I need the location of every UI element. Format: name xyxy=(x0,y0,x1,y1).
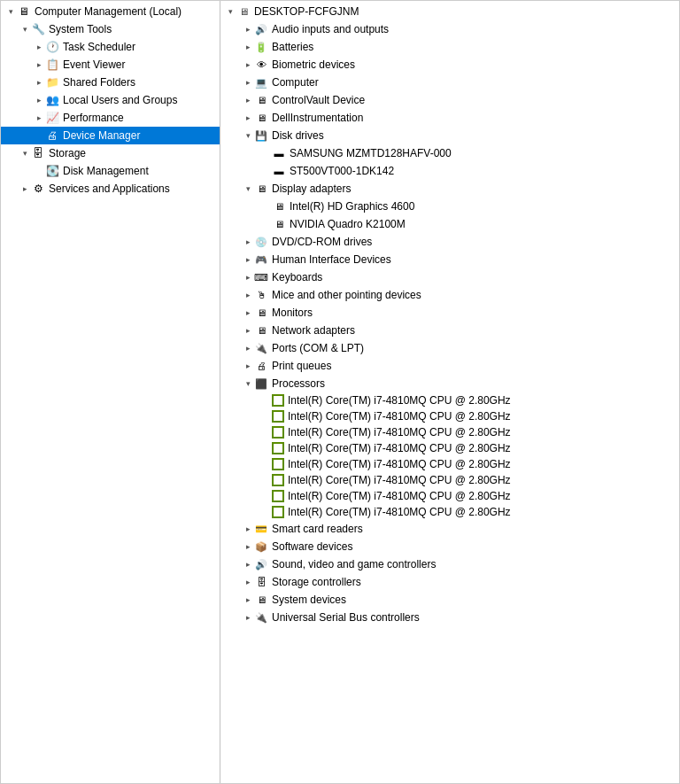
label-netadapters: Network adapters xyxy=(272,324,355,337)
label-monitors: Monitors xyxy=(272,307,313,319)
label-cpu5: Intel(R) Core(TM) i7-4810MQ CPU @ 2.80GH… xyxy=(288,458,511,470)
label-dellinstr: DellInstrumentation xyxy=(272,112,363,124)
right-cat-monitors[interactable]: 🖥Monitors xyxy=(220,304,679,322)
right-cat-processors[interactable]: ⬛Processors xyxy=(220,375,679,392)
label-event-viewer: Event Viewer xyxy=(63,58,125,71)
icon-samsung: ▬ xyxy=(272,146,286,160)
icon-sysdev: 🖥 xyxy=(254,593,268,607)
label-root: DESKTOP-FCFGJNM xyxy=(254,5,359,18)
icon-biometric: 👁 xyxy=(254,58,268,72)
cpu-icon xyxy=(272,426,284,439)
right-child-intelhd[interactable]: 🖥Intel(R) HD Graphics 4600 xyxy=(220,198,679,215)
left-item-local-users[interactable]: 👥Local Users and Groups xyxy=(1,91,220,109)
right-cat-sound[interactable]: 🔊Sound, video and game controllers xyxy=(220,555,679,573)
right-cat-mice[interactable]: 🖱Mice and other pointing devices xyxy=(220,286,679,304)
right-child-cpu1[interactable]: Intel(R) Core(TM) i7-4810MQ CPU @ 2.80GH… xyxy=(220,392,679,408)
right-cat-keyboards[interactable]: ⌨Keyboards xyxy=(220,268,679,286)
label-performance: Performance xyxy=(63,112,124,124)
icon-diskdrives: 💾 xyxy=(254,128,268,143)
right-child-cpu7[interactable]: Intel(R) Core(TM) i7-4810MQ CPU @ 2.80GH… xyxy=(220,488,679,504)
right-cat-sysdev[interactable]: 🖥System devices xyxy=(220,591,679,609)
icon-performance: 📈 xyxy=(45,111,59,125)
chevron-monitors xyxy=(242,308,254,317)
label-storagectrl: Storage controllers xyxy=(272,576,361,588)
icon-dvdrom: 💿 xyxy=(254,235,268,249)
right-child-samsung[interactable]: ▬SAMSUNG MZMTD128HAFV-000 xyxy=(220,144,679,162)
right-cat-netadapters[interactable]: 🖥Network adapters xyxy=(220,322,679,339)
main-container: 🖥Computer Management (Local)🔧System Tool… xyxy=(0,0,680,784)
label-mice: Mice and other pointing devices xyxy=(272,289,421,301)
label-diskdrives: Disk drives xyxy=(272,129,324,142)
icon-netadapters: 🖥 xyxy=(254,323,268,338)
icon-shared-folders: 📁 xyxy=(45,75,59,89)
right-child-nvidia[interactable]: 🖥NVIDIA Quadro K2100M xyxy=(220,215,679,233)
left-item-shared-folders[interactable]: 📁Shared Folders xyxy=(1,74,220,91)
label-controlvault: ControlVault Device xyxy=(272,94,365,106)
label-cpu6: Intel(R) Core(TM) i7-4810MQ CPU @ 2.80GH… xyxy=(288,474,511,486)
chevron-comp-mgmt xyxy=(4,7,17,16)
right-cat-batteries[interactable]: 🔋Batteries xyxy=(220,38,679,56)
right-cat-usb[interactable]: 🔌Universal Serial Bus controllers xyxy=(220,609,679,626)
right-cat-hid[interactable]: 🎮Human Interface Devices xyxy=(220,251,679,268)
left-item-svc-apps[interactable]: ⚙Services and Applications xyxy=(1,180,220,198)
right-cat-diskdrives[interactable]: 💾Disk drives xyxy=(220,127,679,144)
label-cpu1: Intel(R) Core(TM) i7-4810MQ CPU @ 2.80GH… xyxy=(288,394,511,407)
chevron-task-sched xyxy=(33,43,45,51)
right-cat-dvdrom[interactable]: 💿DVD/CD-ROM drives xyxy=(220,233,679,251)
right-child-cpu6[interactable]: Intel(R) Core(TM) i7-4810MQ CPU @ 2.80GH… xyxy=(220,472,679,488)
icon-nvidia: 🖥 xyxy=(272,217,286,231)
chevron-local-users xyxy=(33,96,45,105)
left-item-task-sched[interactable]: 🕐Task Scheduler xyxy=(1,38,220,56)
right-root[interactable]: 🖥DESKTOP-FCFGJNM xyxy=(220,3,679,20)
label-keyboards: Keyboards xyxy=(272,271,322,283)
left-item-disk-mgmt[interactable]: 💽Disk Management xyxy=(1,162,220,180)
right-child-st500[interactable]: ▬ST500VT000-1DK142 xyxy=(220,162,679,180)
label-nvidia: NVIDIA Quadro K2100M xyxy=(290,218,406,230)
chevron-dvdrom xyxy=(242,237,254,246)
left-item-device-mgr[interactable]: 🖨Device Manager xyxy=(1,127,220,144)
chevron-sys-tools xyxy=(19,25,31,34)
icon-monitors: 🖥 xyxy=(254,306,268,320)
icon-sound: 🔊 xyxy=(254,557,268,571)
icon-controlvault: 🖥 xyxy=(254,93,268,107)
right-cat-software[interactable]: 📦Software devices xyxy=(220,538,679,555)
left-item-comp-mgmt[interactable]: 🖥Computer Management (Local) xyxy=(1,3,220,20)
cpu-icon xyxy=(272,490,284,502)
label-cpu4: Intel(R) Core(TM) i7-4810MQ CPU @ 2.80GH… xyxy=(288,442,511,454)
label-biometric: Biometric devices xyxy=(272,58,355,71)
right-child-cpu5[interactable]: Intel(R) Core(TM) i7-4810MQ CPU @ 2.80GH… xyxy=(220,456,679,472)
right-cat-printqueue[interactable]: 🖨Print queues xyxy=(220,357,679,375)
label-sound: Sound, video and game controllers xyxy=(272,558,436,571)
right-child-cpu2[interactable]: Intel(R) Core(TM) i7-4810MQ CPU @ 2.80GH… xyxy=(220,408,679,424)
right-child-cpu8[interactable]: Intel(R) Core(TM) i7-4810MQ CPU @ 2.80GH… xyxy=(220,504,679,520)
right-cat-storagectrl[interactable]: 🗄Storage controllers xyxy=(220,573,679,591)
left-item-event-viewer[interactable]: 📋Event Viewer xyxy=(1,56,220,74)
icon-audio: 🔊 xyxy=(254,22,268,36)
label-storage: Storage xyxy=(49,147,86,159)
right-child-cpu3[interactable]: Intel(R) Core(TM) i7-4810MQ CPU @ 2.80GH… xyxy=(220,424,679,440)
label-local-users: Local Users and Groups xyxy=(63,94,177,106)
left-item-sys-tools[interactable]: 🔧System Tools xyxy=(1,20,220,38)
label-audio: Audio inputs and outputs xyxy=(272,23,389,35)
right-child-cpu4[interactable]: Intel(R) Core(TM) i7-4810MQ CPU @ 2.80GH… xyxy=(220,440,679,456)
cpu-icon xyxy=(272,506,284,518)
chevron-mice xyxy=(242,291,254,299)
right-cat-computer[interactable]: 💻Computer xyxy=(220,74,679,91)
chevron-batteries xyxy=(242,43,254,51)
label-comp-mgmt: Computer Management (Local) xyxy=(35,5,182,18)
left-item-storage[interactable]: 🗄Storage xyxy=(1,144,220,162)
label-batteries: Batteries xyxy=(272,41,313,53)
chevron-sound xyxy=(242,560,254,569)
right-cat-audio[interactable]: 🔊Audio inputs and outputs xyxy=(220,20,679,38)
right-cat-ports[interactable]: 🔌Ports (COM & LPT) xyxy=(220,339,679,357)
chevron-root xyxy=(224,7,236,16)
icon-storage: 🗄 xyxy=(31,146,45,160)
right-cat-dellinstr[interactable]: 🖥DellInstrumentation xyxy=(220,109,679,127)
left-item-performance[interactable]: 📈Performance xyxy=(1,109,220,127)
label-cpu2: Intel(R) Core(TM) i7-4810MQ CPU @ 2.80GH… xyxy=(288,410,511,423)
right-cat-biometric[interactable]: 👁Biometric devices xyxy=(220,56,679,74)
right-cat-controlvault[interactable]: 🖥ControlVault Device xyxy=(220,91,679,109)
right-cat-displayadapters[interactable]: 🖥Display adapters xyxy=(220,180,679,198)
chevron-shared-folders xyxy=(33,78,45,87)
right-cat-smartcard[interactable]: 💳Smart card readers xyxy=(220,520,679,538)
